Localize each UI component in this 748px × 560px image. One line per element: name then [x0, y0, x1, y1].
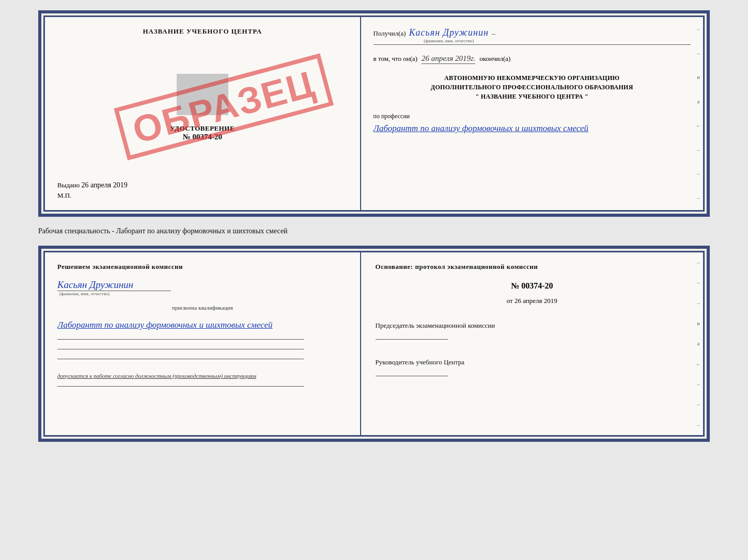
- protocol-number: № 00374-20: [376, 281, 689, 291]
- org-line2: ДОПОЛНИТЕЛЬНОГО ПРОФЕССИОНАЛЬНОГО ОБРАЗО…: [373, 83, 691, 92]
- resheniem-label: Решением экзаменационной комиссии: [57, 263, 348, 271]
- vydano-line: Выдано 26 апреля 2019: [57, 181, 348, 189]
- bottom-right-panel: Основание: протокол экзаменационной коми…: [361, 252, 703, 435]
- org-block: АВТОНОМНУЮ НЕКОММЕРЧЕСКУЮ ОРГАНИЗАЦИЮ ДО…: [373, 73, 691, 101]
- org-line3: " НАЗВАНИЕ УЧЕБНОГО ЦЕНТРА ": [373, 92, 691, 101]
- cert-right-panel: Получил(а) Касьян Дружинин (фамилия, имя…: [361, 17, 703, 210]
- dash-poluchil: –: [492, 29, 495, 38]
- udostoverenie-block: УДОСТОВЕРЕНИЕ № 00374-20: [170, 124, 235, 141]
- document-container: НАЗВАНИЕ УЧЕБНОГО ЦЕНТРА УДОСТОВЕРЕНИЕ №…: [38, 10, 710, 442]
- line-sep-1: [57, 339, 304, 340]
- completion-date-top: 26 апреля 2019г.: [422, 54, 475, 64]
- ot-label: от: [507, 297, 513, 305]
- photo-placeholder: [177, 74, 228, 115]
- mp-line: М.П.: [57, 191, 348, 200]
- predsedatel-signature-line: [376, 339, 448, 340]
- line-sep-4: [57, 386, 304, 387]
- dopuskaetsya-text: допускается к работе согласно должностны…: [57, 373, 348, 379]
- bottom-name-block: Касьян Дружинин (фамилия, имя, отчество): [57, 279, 348, 296]
- sidebar-marks-top: – – и а ← – – –: [694, 17, 703, 210]
- ot-date: от 26 апреля 2019: [376, 297, 689, 305]
- profession-name-top: Лаборантт по анализу формовочных и шихто…: [373, 121, 691, 135]
- udostoverenie-label: УДОСТОВЕРЕНИЕ: [170, 124, 235, 133]
- fio-label-bottom: (фамилия, имя, отчество): [59, 291, 348, 296]
- osnovanie-text: Основание: протокол экзаменационной коми…: [376, 263, 689, 271]
- line-sep-3: [57, 359, 304, 359]
- poluchil-line: Получил(а) Касьян Дружинин (фамилия, имя…: [373, 27, 691, 45]
- cert-school-title: НАЗВАНИЕ УЧЕБНОГО ЦЕНТРА: [57, 27, 348, 36]
- predsedatel-label: Председатель экзаменационной комиссии: [376, 322, 689, 330]
- profession-name-bottom: Лаборантт по анализу формовочных и шихто…: [57, 318, 348, 332]
- bottom-left-panel: Решением экзаменационной комиссии Касьян…: [45, 252, 361, 435]
- okonchil-label: окончил(а): [479, 55, 510, 63]
- po-professii-block: по профессии Лаборантт по анализу формов…: [373, 113, 691, 135]
- cert-left-panel: НАЗВАНИЕ УЧЕБНОГО ЦЕНТРА УДОСТОВЕРЕНИЕ №…: [45, 17, 361, 210]
- line-sep-2: [57, 349, 304, 349]
- rukovoditel-signature-line: [376, 376, 448, 376]
- vydano-label: Выдано: [57, 181, 80, 189]
- vtom-line: в том, что он(а) 26 апреля 2019г. окончи…: [373, 54, 691, 64]
- po-professii-label: по профессии: [373, 113, 691, 120]
- middle-specialty-text: Рабочая специальность - Лаборант по анал…: [38, 225, 710, 237]
- bottom-certificate-outer: Решением экзаменационной комиссии Касьян…: [38, 246, 710, 442]
- sidebar-marks-bottom: – – – и а ← – – –: [694, 252, 703, 435]
- fio-label-top: (фамилия, имя, отчество): [409, 38, 489, 43]
- recipient-name-bottom: Касьян Дружинин: [57, 279, 171, 291]
- cert-number-top: № 00374-20: [170, 133, 235, 141]
- prisvoena-label: присвоена квалификация: [57, 305, 348, 311]
- top-certificate: НАЗВАНИЕ УЧЕБНОГО ЦЕНТРА УДОСТОВЕРЕНИЕ №…: [43, 15, 705, 212]
- protocol-date: 26 апреля 2019: [515, 297, 557, 305]
- rukovoditel-label: Руководитель учебного Центра: [376, 358, 689, 366]
- vtom-label: в том, что он(а): [373, 55, 418, 63]
- org-line1: АВТОНОМНУЮ НЕКОММЕРЧЕСКУЮ ОРГАНИЗАЦИЮ: [373, 73, 691, 83]
- recipient-name-top: Касьян Дружинин: [409, 27, 489, 38]
- top-certificate-outer: НАЗВАНИЕ УЧЕБНОГО ЦЕНТРА УДОСТОВЕРЕНИЕ №…: [38, 10, 710, 217]
- bottom-certificate: Решением экзаменационной комиссии Касьян…: [43, 251, 705, 437]
- poluchil-label: Получил(а): [373, 29, 406, 38]
- vydano-date: 26 апреля 2019: [82, 181, 128, 189]
